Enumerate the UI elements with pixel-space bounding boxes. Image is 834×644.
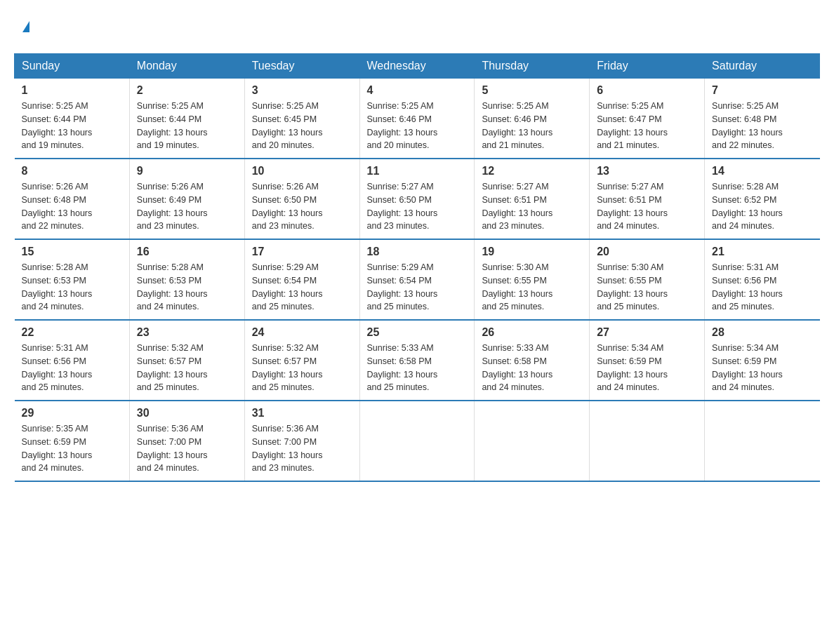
day-cell <box>475 401 590 481</box>
day-number: 21 <box>712 246 812 258</box>
day-info: Sunrise: 5:30 AMSunset: 6:55 PMDaylight:… <box>482 262 552 311</box>
day-number: 15 <box>22 246 122 258</box>
day-info: Sunrise: 5:25 AMSunset: 6:48 PMDaylight:… <box>712 101 783 150</box>
day-cell: 7 Sunrise: 5:25 AMSunset: 6:48 PMDayligh… <box>705 79 820 159</box>
day-cell: 16 Sunrise: 5:28 AMSunset: 6:53 PMDaylig… <box>129 239 244 320</box>
day-number: 19 <box>482 246 582 258</box>
day-info: Sunrise: 5:33 AMSunset: 6:58 PMDaylight:… <box>367 343 438 392</box>
header-cell-tuesday: Tuesday <box>244 54 359 79</box>
day-number: 11 <box>367 165 468 177</box>
day-cell: 17 Sunrise: 5:29 AMSunset: 6:54 PMDaylig… <box>244 239 359 320</box>
day-info: Sunrise: 5:35 AMSunset: 6:59 PMDaylight:… <box>22 424 93 473</box>
day-cell: 9 Sunrise: 5:26 AMSunset: 6:49 PMDayligh… <box>129 159 244 239</box>
header-cell-saturday: Saturday <box>705 54 820 79</box>
day-number: 8 <box>22 165 122 177</box>
day-number: 25 <box>367 326 468 339</box>
logo-triangle-icon <box>22 21 29 32</box>
day-number: 20 <box>597 246 697 258</box>
week-row-5: 29 Sunrise: 5:35 AMSunset: 6:59 PMDaylig… <box>15 401 820 481</box>
day-info: Sunrise: 5:36 AMSunset: 7:00 PMDaylight:… <box>137 424 208 473</box>
day-cell: 3 Sunrise: 5:25 AMSunset: 6:45 PMDayligh… <box>244 79 359 159</box>
day-number: 6 <box>597 84 697 97</box>
day-cell: 18 Sunrise: 5:29 AMSunset: 6:54 PMDaylig… <box>359 239 475 320</box>
day-cell: 21 Sunrise: 5:31 AMSunset: 6:56 PMDaylig… <box>705 239 820 320</box>
day-info: Sunrise: 5:33 AMSunset: 6:58 PMDaylight:… <box>482 343 552 392</box>
day-info: Sunrise: 5:27 AMSunset: 6:51 PMDaylight:… <box>597 182 668 231</box>
calendar-body: 1 Sunrise: 5:25 AMSunset: 6:44 PMDayligh… <box>15 79 820 482</box>
day-info: Sunrise: 5:28 AMSunset: 6:53 PMDaylight:… <box>22 262 93 311</box>
day-number: 5 <box>482 84 582 97</box>
day-cell: 26 Sunrise: 5:33 AMSunset: 6:58 PMDaylig… <box>475 320 590 401</box>
day-number: 10 <box>252 165 352 177</box>
day-number: 7 <box>712 84 812 97</box>
day-cell: 8 Sunrise: 5:26 AMSunset: 6:48 PMDayligh… <box>15 159 130 239</box>
day-cell: 10 Sunrise: 5:26 AMSunset: 6:50 PMDaylig… <box>244 159 359 239</box>
day-cell: 11 Sunrise: 5:27 AMSunset: 6:50 PMDaylig… <box>359 159 475 239</box>
day-info: Sunrise: 5:29 AMSunset: 6:54 PMDaylight:… <box>367 262 438 311</box>
day-info: Sunrise: 5:25 AMSunset: 6:45 PMDaylight:… <box>252 101 323 150</box>
day-number: 22 <box>22 326 122 339</box>
week-row-3: 15 Sunrise: 5:28 AMSunset: 6:53 PMDaylig… <box>15 239 820 320</box>
day-info: Sunrise: 5:25 AMSunset: 6:46 PMDaylight:… <box>482 101 552 150</box>
day-number: 23 <box>137 326 237 339</box>
day-cell <box>359 401 475 481</box>
day-cell: 15 Sunrise: 5:28 AMSunset: 6:53 PMDaylig… <box>15 239 130 320</box>
day-number: 30 <box>137 407 237 420</box>
header-row: SundayMondayTuesdayWednesdayThursdayFrid… <box>15 54 820 79</box>
day-info: Sunrise: 5:28 AMSunset: 6:53 PMDaylight:… <box>137 262 208 311</box>
day-info: Sunrise: 5:26 AMSunset: 6:48 PMDaylight:… <box>22 182 93 231</box>
day-cell <box>705 401 820 481</box>
day-cell: 30 Sunrise: 5:36 AMSunset: 7:00 PMDaylig… <box>129 401 244 481</box>
day-info: Sunrise: 5:25 AMSunset: 6:46 PMDaylight:… <box>367 101 438 150</box>
day-number: 27 <box>597 326 697 339</box>
day-cell: 14 Sunrise: 5:28 AMSunset: 6:52 PMDaylig… <box>705 159 820 239</box>
day-info: Sunrise: 5:36 AMSunset: 7:00 PMDaylight:… <box>252 424 323 473</box>
day-info: Sunrise: 5:31 AMSunset: 6:56 PMDaylight:… <box>712 262 783 311</box>
day-info: Sunrise: 5:27 AMSunset: 6:51 PMDaylight:… <box>482 182 552 231</box>
day-number: 26 <box>482 326 582 339</box>
day-cell: 4 Sunrise: 5:25 AMSunset: 6:46 PMDayligh… <box>359 79 475 159</box>
day-cell: 27 Sunrise: 5:34 AMSunset: 6:59 PMDaylig… <box>590 320 705 401</box>
day-number: 3 <box>252 84 352 97</box>
day-info: Sunrise: 5:28 AMSunset: 6:52 PMDaylight:… <box>712 182 783 231</box>
day-cell: 2 Sunrise: 5:25 AMSunset: 6:44 PMDayligh… <box>129 79 244 159</box>
day-number: 4 <box>367 84 468 97</box>
calendar-header: SundayMondayTuesdayWednesdayThursdayFrid… <box>15 54 820 79</box>
calendar-table: SundayMondayTuesdayWednesdayThursdayFrid… <box>14 53 820 482</box>
header-cell-sunday: Sunday <box>15 54 130 79</box>
header-cell-thursday: Thursday <box>475 54 590 79</box>
day-info: Sunrise: 5:26 AMSunset: 6:50 PMDaylight:… <box>252 182 323 231</box>
day-number: 16 <box>137 246 237 258</box>
day-info: Sunrise: 5:29 AMSunset: 6:54 PMDaylight:… <box>252 262 323 311</box>
day-info: Sunrise: 5:25 AMSunset: 6:47 PMDaylight:… <box>597 101 668 150</box>
day-info: Sunrise: 5:25 AMSunset: 6:44 PMDaylight:… <box>22 101 93 150</box>
day-number: 14 <box>712 165 812 177</box>
header-cell-monday: Monday <box>129 54 244 79</box>
logo <box>21 21 29 32</box>
day-cell: 31 Sunrise: 5:36 AMSunset: 7:00 PMDaylig… <box>244 401 359 481</box>
day-info: Sunrise: 5:27 AMSunset: 6:50 PMDaylight:… <box>367 182 438 231</box>
day-number: 13 <box>597 165 697 177</box>
day-info: Sunrise: 5:26 AMSunset: 6:49 PMDaylight:… <box>137 182 208 231</box>
day-cell: 29 Sunrise: 5:35 AMSunset: 6:59 PMDaylig… <box>15 401 130 481</box>
week-row-4: 22 Sunrise: 5:31 AMSunset: 6:56 PMDaylig… <box>15 320 820 401</box>
day-cell: 6 Sunrise: 5:25 AMSunset: 6:47 PMDayligh… <box>590 79 705 159</box>
day-info: Sunrise: 5:31 AMSunset: 6:56 PMDaylight:… <box>22 343 93 392</box>
day-cell: 1 Sunrise: 5:25 AMSunset: 6:44 PMDayligh… <box>15 79 130 159</box>
day-cell: 5 Sunrise: 5:25 AMSunset: 6:46 PMDayligh… <box>475 79 590 159</box>
day-cell: 12 Sunrise: 5:27 AMSunset: 6:51 PMDaylig… <box>475 159 590 239</box>
day-cell: 19 Sunrise: 5:30 AMSunset: 6:55 PMDaylig… <box>475 239 590 320</box>
day-info: Sunrise: 5:32 AMSunset: 6:57 PMDaylight:… <box>252 343 323 392</box>
day-number: 9 <box>137 165 237 177</box>
day-info: Sunrise: 5:25 AMSunset: 6:44 PMDaylight:… <box>137 101 208 150</box>
day-number: 1 <box>22 84 122 97</box>
day-info: Sunrise: 5:30 AMSunset: 6:55 PMDaylight:… <box>597 262 668 311</box>
day-number: 28 <box>712 326 812 339</box>
day-number: 12 <box>482 165 582 177</box>
day-info: Sunrise: 5:32 AMSunset: 6:57 PMDaylight:… <box>137 343 208 392</box>
day-number: 18 <box>367 246 468 258</box>
day-number: 24 <box>252 326 352 339</box>
day-cell: 20 Sunrise: 5:30 AMSunset: 6:55 PMDaylig… <box>590 239 705 320</box>
day-info: Sunrise: 5:34 AMSunset: 6:59 PMDaylight:… <box>597 343 668 392</box>
day-number: 17 <box>252 246 352 258</box>
